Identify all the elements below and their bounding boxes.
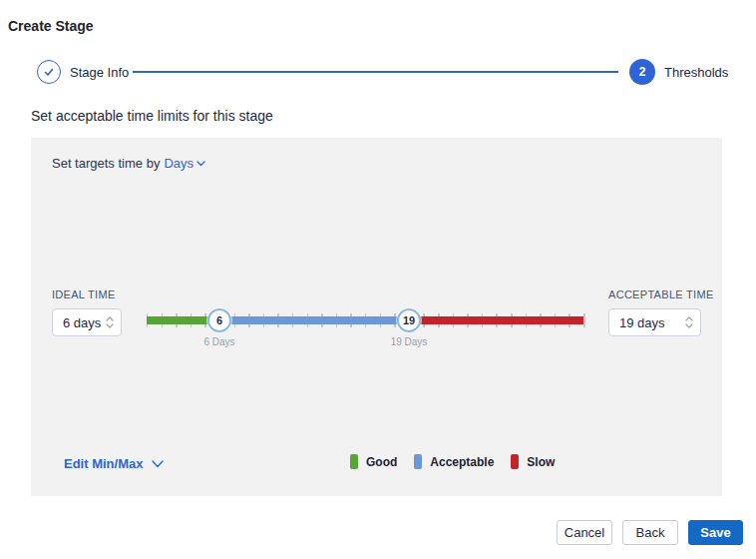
acceptable-time-label: ACCEPTABLE TIME — [608, 288, 714, 300]
step-complete-check-icon — [37, 60, 61, 84]
wizard-stepper: Stage Info 2 Thresholds — [0, 58, 756, 86]
edit-minmax-toggle[interactable]: Edit Min/Max — [64, 456, 164, 471]
acceptable-time-input[interactable] — [609, 309, 685, 335]
chevron-down-icon — [152, 460, 164, 468]
slider-segment-slow — [409, 316, 583, 324]
slider-segment-acceptable — [219, 316, 409, 324]
thresholds-panel: Set targets time by Days IDEAL TIME 6 19… — [31, 138, 722, 496]
cancel-button[interactable]: Cancel — [557, 520, 612, 545]
legend-label-acceptable: Acceptable — [430, 455, 494, 469]
threshold-slider[interactable]: 6 19 6 Days 19 Days — [147, 308, 583, 352]
time-unit-value: Days — [164, 156, 193, 171]
legend-swatch-acceptable — [414, 454, 422, 469]
spin-down-icon[interactable] — [106, 323, 114, 328]
legend-swatch-slow — [511, 454, 519, 469]
legend-label-good: Good — [366, 455, 397, 469]
legend-label-slow: Slow — [527, 455, 555, 469]
slider-legend: Good Acceptable Slow — [350, 454, 555, 469]
slider-handle-ideal[interactable]: 6 — [207, 308, 231, 332]
page-title: Create Stage — [8, 18, 94, 34]
stepper-step-thresholds: 2 Thresholds — [629, 58, 728, 86]
slider-handle-ideal-label: 6 Days — [203, 336, 234, 347]
chevron-down-icon — [196, 161, 205, 167]
ideal-time-input[interactable] — [53, 309, 106, 335]
legend-swatch-good — [350, 454, 358, 469]
step-number-badge: 2 — [629, 59, 655, 85]
step-label-stage-info: Stage Info — [70, 65, 129, 80]
slider-handle-acceptable[interactable]: 19 — [397, 308, 421, 332]
spin-up-icon[interactable] — [106, 316, 114, 321]
legend-item-acceptable: Acceptable — [414, 454, 494, 469]
spin-down-icon[interactable] — [685, 323, 693, 328]
slider-handle-acceptable-label: 19 Days — [391, 336, 428, 347]
legend-item-slow: Slow — [511, 454, 555, 469]
step-label-thresholds: Thresholds — [664, 65, 728, 80]
spin-up-icon[interactable] — [685, 316, 693, 321]
back-button[interactable]: Back — [622, 520, 678, 545]
set-targets-row: Set targets time by Days — [52, 156, 205, 171]
section-subtitle: Set acceptable time limits for this stag… — [31, 108, 273, 124]
acceptable-time-stepper[interactable] — [608, 308, 701, 336]
legend-item-good: Good — [350, 454, 397, 469]
ideal-time-stepper[interactable] — [52, 308, 122, 336]
ideal-time-label: IDEAL TIME — [52, 288, 116, 300]
set-targets-label: Set targets time by — [52, 156, 160, 171]
stepper-connector-line — [133, 71, 618, 73]
stepper-step-stage-info[interactable]: Stage Info — [37, 58, 129, 86]
save-button[interactable]: Save — [688, 520, 743, 545]
time-unit-dropdown[interactable]: Days — [164, 156, 205, 171]
edit-minmax-label: Edit Min/Max — [64, 456, 143, 471]
